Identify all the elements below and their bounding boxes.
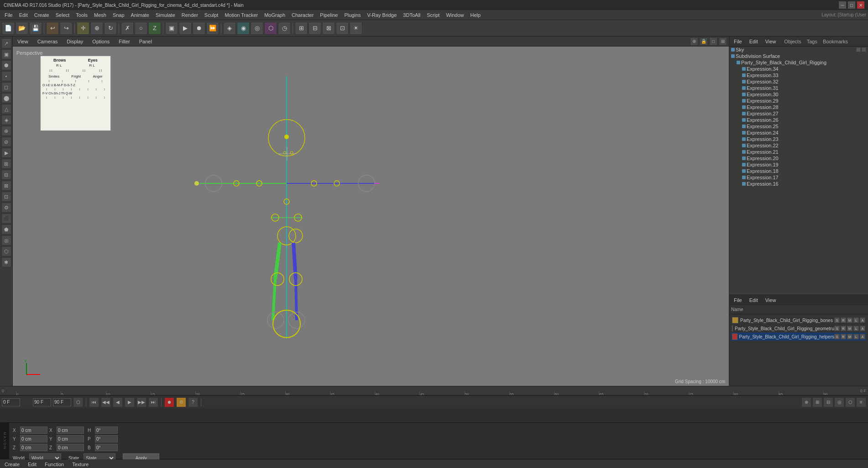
sky-vis[interactable] bbox=[856, 47, 861, 52]
maximize-button[interactable]: □ bbox=[848, 1, 855, 9]
mb-tab-edit[interactable]: Edit bbox=[25, 461, 39, 468]
sidebar-point[interactable]: • bbox=[1, 71, 11, 81]
y-rot-field[interactable] bbox=[57, 435, 84, 442]
sidebar-tools1[interactable]: ⊞ bbox=[1, 159, 11, 169]
tc-btn-goto-end[interactable]: ⏭ bbox=[148, 397, 158, 407]
tree-item-expr25[interactable]: Expression.25 bbox=[729, 123, 868, 130]
toolbar-display5[interactable]: ◷ bbox=[278, 22, 291, 35]
menu-edit[interactable]: Edit bbox=[16, 11, 31, 19]
toolbar-new[interactable]: 📄 bbox=[2, 22, 15, 35]
x-pos-field[interactable] bbox=[20, 426, 47, 434]
tc-icon1[interactable]: ⊕ bbox=[801, 397, 811, 407]
menu-select[interactable]: Select bbox=[53, 11, 73, 19]
tree-item-sky[interactable]: Sky bbox=[729, 47, 868, 53]
toolbar-undo[interactable]: ↩ bbox=[46, 22, 59, 35]
mat-icon3[interactable]: M bbox=[847, 317, 852, 323]
vp-menu-filter[interactable]: Filter bbox=[116, 38, 132, 45]
toolbar-snap2[interactable]: ⊟ bbox=[309, 22, 321, 35]
toolbar-rotate[interactable]: ↻ bbox=[104, 22, 117, 35]
z-pos-field[interactable] bbox=[20, 444, 47, 451]
sidebar-edge[interactable]: ⬢ bbox=[1, 60, 11, 70]
tree-item-expr22[interactable]: Expression.22 bbox=[729, 142, 868, 149]
frame-end-field[interactable] bbox=[53, 398, 71, 406]
close-button[interactable]: ✕ bbox=[857, 1, 864, 9]
toolbar-render-setting[interactable]: ⏩ bbox=[206, 22, 219, 35]
menu-help[interactable]: Help bbox=[468, 11, 484, 19]
sidebar-tools9[interactable]: ⬡ bbox=[1, 246, 11, 256]
mat-row-helpers[interactable]: Party_Style_Black_Child_Girl_Rigging_hel… bbox=[731, 333, 866, 341]
mb-tab-create[interactable]: Create bbox=[2, 461, 22, 468]
sidebar-tools8[interactable]: ◎ bbox=[1, 235, 11, 245]
p-field[interactable] bbox=[95, 435, 118, 442]
tree-item-expr24[interactable]: Expression.24 bbox=[729, 130, 868, 136]
tc-icon2[interactable]: ⊞ bbox=[812, 397, 822, 407]
mat-icon-h3[interactable]: M bbox=[847, 334, 852, 339]
vp-menu-view[interactable]: View bbox=[15, 38, 31, 45]
toolbar-render-anim[interactable]: ⏺ bbox=[193, 22, 205, 35]
z-rot-field[interactable] bbox=[57, 444, 84, 451]
sidebar-texture[interactable]: ⬤ bbox=[1, 93, 11, 103]
vp-icon-move[interactable]: ⊕ bbox=[690, 37, 698, 46]
toolbar-save[interactable]: 💾 bbox=[29, 22, 42, 35]
tc-btn-auto-key[interactable]: ⚙ bbox=[176, 397, 186, 407]
menu-create[interactable]: Create bbox=[31, 11, 52, 19]
frame-start-field[interactable] bbox=[2, 398, 20, 406]
mat-icon1[interactable]: S bbox=[834, 317, 840, 323]
tree-item-expr34[interactable]: Expression.34 bbox=[729, 66, 868, 72]
tc-btn-prev-key[interactable]: ◀◀ bbox=[101, 397, 111, 407]
sidebar-anim[interactable]: ⊘ bbox=[1, 137, 11, 147]
sidebar-tools4[interactable]: ⊡ bbox=[1, 192, 11, 202]
tree-item-expr16[interactable]: Expression.16 bbox=[729, 181, 868, 187]
mat-row-geom[interactable]: Party_Style_Black_Child_Girl_Rigging_geo… bbox=[731, 324, 866, 333]
vp-menu-options[interactable]: Options bbox=[89, 38, 112, 45]
mat-icon-h1[interactable]: S bbox=[834, 334, 840, 339]
mat-icon4[interactable]: L bbox=[853, 317, 859, 323]
tree-item-expr20[interactable]: Expression.20 bbox=[729, 155, 868, 161]
tree-item-expr26[interactable]: Expression.26 bbox=[729, 117, 868, 123]
mb-tab-texture[interactable]: Texture bbox=[69, 461, 91, 468]
tree-item-expr28[interactable]: Expression.28 bbox=[729, 104, 868, 110]
mat-icon-g3[interactable]: M bbox=[847, 326, 852, 331]
tc-icon3[interactable]: ⊟ bbox=[823, 397, 833, 407]
toolbar-display3[interactable]: ◎ bbox=[251, 22, 263, 35]
tree-item-subdiv[interactable]: Subdivision Surface bbox=[729, 53, 868, 59]
toolbar-display2[interactable]: ◉ bbox=[237, 22, 250, 35]
mat-icon-g1[interactable]: S bbox=[834, 326, 840, 331]
tc-icon4[interactable]: ◎ bbox=[834, 397, 844, 407]
menu-vray[interactable]: V-Ray Bridge bbox=[365, 11, 400, 19]
tree-item-expr29[interactable]: Expression.29 bbox=[729, 98, 868, 104]
toolbar-snap4[interactable]: ⊡ bbox=[336, 22, 349, 35]
tc-btn-play[interactable]: ▶ bbox=[125, 397, 135, 407]
toolbar-scale[interactable]: ⊕ bbox=[90, 22, 103, 35]
mat-icon-g5[interactable]: A bbox=[860, 326, 865, 331]
tc-btn-next[interactable]: ▶▶ bbox=[136, 397, 146, 407]
menu-animate[interactable]: Animate bbox=[128, 11, 152, 19]
sidebar-tools2[interactable]: ⊟ bbox=[1, 170, 11, 180]
menu-mograph[interactable]: MoGraph bbox=[261, 11, 288, 19]
tree-item-expr32[interactable]: Expression.32 bbox=[729, 78, 868, 85]
sidebar-rig[interactable]: ⊕ bbox=[1, 126, 11, 136]
x-rot-field[interactable] bbox=[57, 426, 84, 434]
tree-item-expr33[interactable]: Expression.33 bbox=[729, 72, 868, 78]
sidebar-tools6[interactable]: ⬛ bbox=[1, 213, 11, 224]
tree-item-expr19[interactable]: Expression.19 bbox=[729, 161, 868, 168]
b-field[interactable] bbox=[95, 444, 118, 451]
h-field[interactable] bbox=[95, 426, 118, 434]
mat-icon-g4[interactable]: L bbox=[853, 326, 859, 331]
sidebar-tools7[interactable]: ⬟ bbox=[1, 224, 11, 234]
rp-tab-file[interactable]: File bbox=[731, 38, 745, 45]
toolbar-select-poly[interactable]: Z bbox=[148, 22, 161, 35]
toolbar-render[interactable]: ▣ bbox=[165, 22, 178, 35]
menu-sculpt[interactable]: Sculpt bbox=[202, 11, 221, 19]
br-tab-view[interactable]: View bbox=[763, 296, 779, 304]
toolbar-light[interactable]: ☀ bbox=[350, 22, 362, 35]
menu-tools[interactable]: Tools bbox=[73, 11, 90, 19]
menu-character[interactable]: Character bbox=[289, 11, 316, 19]
sidebar-tools10[interactable]: ✱ bbox=[1, 257, 11, 267]
toolbar-display4[interactable]: ⬡ bbox=[264, 22, 277, 35]
tc-icon6[interactable]: ≡ bbox=[856, 397, 866, 407]
tree-item-expr17[interactable]: Expression.17 bbox=[729, 174, 868, 181]
toolbar-select-circle[interactable]: ○ bbox=[135, 22, 147, 35]
sidebar-select[interactable]: ↗ bbox=[1, 38, 11, 48]
toolbar-redo[interactable]: ↪ bbox=[60, 22, 73, 35]
